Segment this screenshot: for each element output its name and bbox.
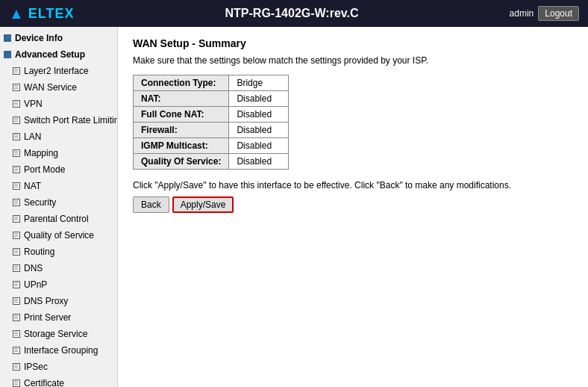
- sidebar-item-ipsec[interactable]: IPSec: [0, 359, 117, 375]
- sidebar-item-label: IPSec: [24, 360, 48, 374]
- sidebar-item-label: Storage Service: [24, 327, 87, 341]
- button-row: Back Apply/Save: [133, 196, 573, 213]
- sidebar-item-interface-grouping[interactable]: Interface Grouping: [0, 342, 117, 359]
- sidebar-item-label: Mapping: [24, 146, 58, 160]
- apply-save-button[interactable]: Apply/Save: [172, 196, 234, 213]
- page-icon: [12, 379, 21, 387]
- table-cell-label: NAT:: [134, 91, 229, 107]
- logo-icon: ▲: [9, 5, 24, 22]
- admin-label: admin: [510, 8, 534, 19]
- sidebar-item-switch-port-rate-limiting[interactable]: Switch Port Rate Limiting: [0, 112, 117, 129]
- sidebar-item-label: UPnP: [24, 278, 47, 291]
- header-right: admin Logout: [510, 6, 579, 21]
- sidebar-item-dns-proxy[interactable]: DNS Proxy: [0, 293, 117, 309]
- sidebar-item-nat[interactable]: NAT: [0, 178, 117, 194]
- sidebar-item-label: Parental Control: [24, 212, 89, 226]
- sidebar-item-wan-service[interactable]: WAN Service: [0, 79, 117, 96]
- page-icon: [12, 297, 21, 306]
- header-title: NTP-RG-1402G-W:rev.C: [225, 7, 359, 20]
- sidebar-item-label: Port Mode: [24, 163, 65, 176]
- page-icon: [12, 149, 21, 158]
- page-icon: [12, 346, 21, 355]
- sidebar-item-layer2-interface[interactable]: Layer2 Interface: [0, 63, 117, 79]
- sidebar-item-label: WAN Service: [24, 81, 77, 94]
- sidebar-item-label: LAN: [24, 130, 41, 143]
- table-row: Connection Type:Bridge: [134, 75, 289, 91]
- table-cell-label: Quality Of Service:: [134, 154, 229, 170]
- page-icon: [12, 329, 21, 338]
- page-icon: [12, 280, 21, 289]
- sidebar-item-label: Security: [24, 196, 56, 209]
- sidebar: Device InfoAdvanced SetupLayer2 Interfac…: [0, 27, 118, 387]
- sidebar-item-device-info[interactable]: Device Info: [0, 30, 117, 46]
- page-icon: [12, 231, 21, 240]
- header: ▲ ELTEX NTP-RG-1402G-W:rev.C admin Logou…: [0, 0, 588, 27]
- sidebar-item-upnp[interactable]: UPnP: [0, 276, 117, 293]
- sidebar-item-vpn[interactable]: VPN: [0, 96, 117, 112]
- page-icon: [12, 247, 21, 256]
- sidebar-item-dns[interactable]: DNS: [0, 260, 117, 276]
- sidebar-item-label: Certificate: [24, 377, 64, 387]
- table-cell-value: Bridge: [229, 75, 289, 91]
- sidebar-item-parental-control[interactable]: Parental Control: [0, 211, 117, 227]
- sidebar-item-label: NAT: [24, 179, 41, 193]
- table-row: Quality Of Service:Disabled: [134, 154, 289, 170]
- main-layout: Device InfoAdvanced SetupLayer2 Interfac…: [0, 27, 588, 387]
- page-icon: [12, 264, 21, 273]
- sidebar-item-port-mode[interactable]: Port Mode: [0, 161, 117, 178]
- sidebar-item-label: DNS Proxy: [24, 294, 68, 308]
- sidebar-item-label: Interface Grouping: [24, 344, 98, 357]
- page-icon: [12, 165, 21, 174]
- page-icon: [12, 66, 21, 75]
- page-subtitle: Make sure that the settings below match …: [133, 55, 573, 66]
- page-title: WAN Setup - Summary: [133, 37, 573, 49]
- content-area: WAN Setup - Summary Make sure that the s…: [118, 27, 588, 387]
- table-row: Full Cone NAT:Disabled: [134, 107, 289, 123]
- table-cell-label: Firewall:: [134, 123, 229, 138]
- square-icon: [3, 34, 12, 43]
- sidebar-item-label: Switch Port Rate Limiting: [24, 114, 117, 127]
- sidebar-item-lan[interactable]: LAN: [0, 129, 117, 145]
- instruction-text: Click "Apply/Save" to have this interfac…: [133, 180, 573, 191]
- logout-button[interactable]: Logout: [538, 6, 579, 21]
- sidebar-item-quality-of-service[interactable]: Quality of Service: [0, 227, 117, 244]
- back-button[interactable]: Back: [133, 196, 169, 213]
- table-cell-label: Full Cone NAT:: [134, 107, 229, 123]
- table-cell-value: Disabled: [229, 123, 289, 138]
- sidebar-item-label: Print Server: [24, 311, 71, 324]
- logo-area: ▲ ELTEX: [9, 5, 74, 22]
- page-icon: [12, 182, 21, 191]
- sidebar-item-label: Layer2 Interface: [24, 64, 89, 78]
- page-icon: [12, 214, 21, 223]
- sidebar-item-advanced-setup[interactable]: Advanced Setup: [0, 46, 117, 63]
- sidebar-item-label: Device Info: [15, 31, 63, 45]
- sidebar-item-storage-service[interactable]: Storage Service: [0, 326, 117, 342]
- table-row: Firewall:Disabled: [134, 123, 289, 138]
- sidebar-item-label: Routing: [24, 245, 54, 258]
- sidebar-item-mapping[interactable]: Mapping: [0, 145, 117, 161]
- page-icon: [12, 198, 21, 207]
- table-row: NAT:Disabled: [134, 91, 289, 107]
- table-cell-value: Disabled: [229, 138, 289, 154]
- sidebar-item-security[interactable]: Security: [0, 194, 117, 211]
- square-icon: [3, 50, 12, 59]
- summary-table: Connection Type:BridgeNAT:DisabledFull C…: [133, 75, 289, 170]
- sidebar-item-certificate[interactable]: Certificate: [0, 375, 117, 387]
- page-icon: [12, 132, 21, 141]
- logo-text: ELTEX: [28, 6, 75, 22]
- table-cell-label: IGMP Multicast:: [134, 138, 229, 154]
- page-icon: [12, 362, 21, 371]
- sidebar-item-label: VPN: [24, 97, 43, 111]
- table-cell-value: Disabled: [229, 91, 289, 107]
- page-icon: [12, 83, 21, 92]
- table-row: IGMP Multicast:Disabled: [134, 138, 289, 154]
- page-icon: [12, 116, 21, 125]
- table-cell-value: Disabled: [229, 154, 289, 170]
- page-icon: [12, 99, 21, 108]
- sidebar-item-routing[interactable]: Routing: [0, 244, 117, 260]
- sidebar-item-print-server[interactable]: Print Server: [0, 309, 117, 326]
- sidebar-item-label: DNS: [24, 261, 43, 275]
- page-icon: [12, 313, 21, 322]
- table-cell-value: Disabled: [229, 107, 289, 123]
- sidebar-item-label: Advanced Setup: [15, 48, 85, 61]
